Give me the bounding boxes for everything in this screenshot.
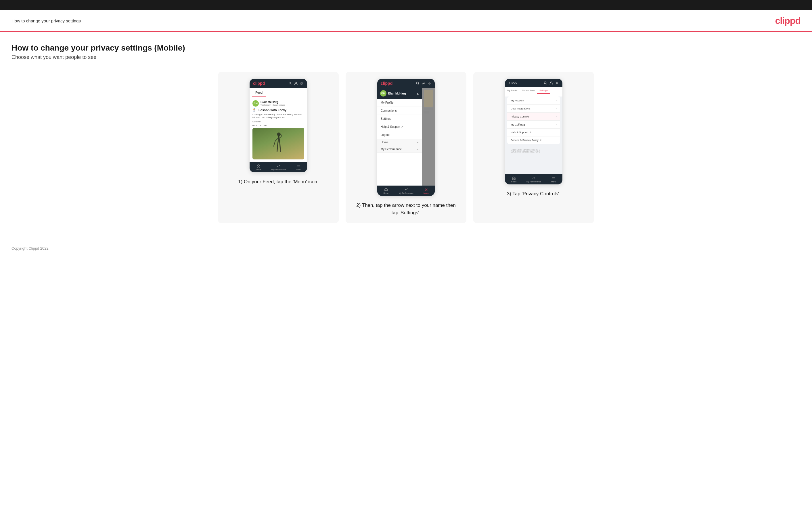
main-content: How to change your privacy settings (Mob… <box>0 32 812 240</box>
nav-performance: My Performance <box>271 164 286 171</box>
page-heading: How to change your privacy settings (Mob… <box>11 43 801 53</box>
post-date: Yesterday · Sunningdale <box>260 104 285 106</box>
header-title: How to change your privacy settings <box>11 18 81 23</box>
step-3-description: 3) Tap 'Privacy Controls'. <box>507 190 561 198</box>
chevron-right-icon-4: › <box>556 123 557 126</box>
menu-item-helpsupport[interactable]: Help & Support ↗ <box>377 123 422 131</box>
phone-1-bottom-nav: Home My Performance Menu <box>250 162 307 172</box>
menu-icon <box>297 164 301 168</box>
nav-performance-label-2: My Performance <box>399 192 413 194</box>
settings-item-golfbag[interactable]: My Golf Bag › <box>507 121 560 129</box>
svg-line-9 <box>418 84 419 85</box>
nav-menu-2: Menu <box>423 187 429 194</box>
menu-item-connections[interactable]: Connections <box>377 107 422 115</box>
close-icon <box>424 187 428 191</box>
svg-point-17 <box>556 82 558 83</box>
settings-item-myaccount[interactable]: My Account › <box>507 97 560 105</box>
help-support-label: Help & Support ↗ <box>511 131 531 134</box>
home-icon <box>256 164 260 168</box>
menu-user-header: BM Blair McHarg ▲ <box>377 88 422 99</box>
step-2-content: BM Blair McHarg ▲ My Profile Connections… <box>377 88 435 185</box>
home-icon-2 <box>384 187 388 191</box>
svg-point-0 <box>289 82 291 84</box>
svg-point-3 <box>301 83 302 84</box>
phone-2-icons <box>416 81 431 85</box>
client-version: Clippd Client Version: 2022.8.3-3 <box>511 149 557 151</box>
person-icon <box>294 81 298 85</box>
feed-tab: Feed <box>252 89 266 97</box>
copyright-text: Copyright Clippd 2022 <box>11 246 49 250</box>
nav-performance-label-3: My Performance <box>526 181 541 183</box>
nav-performance-2: My Performance <box>399 187 413 194</box>
golfbag-label: My Golf Bag <box>511 123 525 126</box>
nav-home: Home <box>256 164 261 171</box>
menu-item-settings[interactable]: Settings <box>377 115 422 123</box>
svg-point-4 <box>277 132 281 136</box>
top-bar <box>0 0 812 10</box>
nav-menu-label-3: Menu <box>551 181 556 183</box>
nav-home-3: Home <box>511 176 516 183</box>
step-3-card: < Back My Profile <box>473 72 594 223</box>
nav-home-2: Home <box>383 187 389 194</box>
nav-menu-label: Menu <box>296 169 301 171</box>
nav-performance-3: My Performance <box>526 176 541 183</box>
settings-icon <box>300 81 304 85</box>
phone-2-logo: clippd <box>381 81 393 86</box>
step-2-card: clippd <box>346 72 466 223</box>
tab-connections[interactable]: Connections <box>520 87 537 94</box>
search-icon-2 <box>416 81 420 85</box>
data-integrations-label: Data Integrations <box>511 107 530 110</box>
back-button[interactable]: < Back <box>508 81 517 85</box>
nav-performance-label: My Performance <box>271 169 286 171</box>
settings-content: My Account › Data Integrations › Privacy… <box>505 97 562 174</box>
performance-icon-2 <box>404 187 408 191</box>
svg-point-14 <box>544 82 546 84</box>
phone-3-bottom-nav: Home My Performance Menu <box>505 174 562 184</box>
steps-container: clippd Feed <box>11 72 801 223</box>
avatar: BM <box>252 100 259 107</box>
phone-2-topbar: clippd <box>377 79 435 88</box>
nav-home-label-2: Home <box>383 192 389 194</box>
menu-overlay-bg <box>422 88 435 185</box>
settings-item-privacy-policy[interactable]: Service & Privacy Policy ↗ <box>507 136 560 144</box>
feed-image <box>252 128 304 159</box>
svg-line-15 <box>546 83 547 84</box>
feed-post: BM Blair McHarg Yesterday · Sunningdale … <box>250 98 307 162</box>
step-3-phone: < Back My Profile <box>505 79 562 184</box>
settings-list: My Account › Data Integrations › Privacy… <box>507 97 560 144</box>
menu-section-home[interactable]: Home ▾ <box>377 139 422 146</box>
phone-3-topbar: < Back <box>505 79 562 87</box>
chevron-right-icon-3: › <box>556 115 557 118</box>
step-2-phone: clippd <box>377 79 435 196</box>
nav-menu-3: Menu <box>551 176 556 183</box>
settings-icon-2 <box>427 81 431 85</box>
menu-section-performance[interactable]: My Performance ▾ <box>377 146 422 153</box>
nav-home-label: Home <box>256 169 261 171</box>
header: How to change your privacy settings clip… <box>0 10 812 32</box>
tab-settings[interactable]: Settings <box>537 87 550 94</box>
nav-menu: Menu <box>296 164 301 171</box>
menu-item-myprofile[interactable]: My Profile <box>377 99 422 107</box>
settings-item-help[interactable]: Help & Support ↗ <box>507 129 560 136</box>
person-icon-2 <box>421 81 425 85</box>
home-icon-3 <box>512 176 516 180</box>
chevron-up-icon: ▲ <box>416 92 419 95</box>
duration-label: Duration <box>252 120 304 123</box>
settings-item-data-integrations[interactable]: Data Integrations › <box>507 105 560 113</box>
nav-menu-label-2: Menu <box>423 192 429 194</box>
tab-myprofile[interactable]: My Profile <box>505 87 520 94</box>
step-1-card: clippd Feed <box>218 72 339 223</box>
performance-icon <box>276 164 281 168</box>
menu-username: Blair McHarg <box>388 92 406 95</box>
svg-point-8 <box>417 82 419 84</box>
step-1-phone: clippd Feed <box>250 79 307 172</box>
menu-avatar: BM <box>380 90 387 97</box>
menu-item-logout[interactable]: Logout <box>377 131 422 139</box>
settings-tabs: My Profile Connections Settings <box>505 87 562 94</box>
step-2-description: 2) Then, tap the arrow next to your name… <box>353 202 459 216</box>
search-icon <box>288 81 292 85</box>
logo: clippd <box>775 15 801 26</box>
lesson-desc: Looking to feel like my hands are exitin… <box>252 113 304 119</box>
phone-1-logo: clippd <box>253 81 265 86</box>
settings-item-privacy[interactable]: Privacy Controls › <box>507 113 560 121</box>
